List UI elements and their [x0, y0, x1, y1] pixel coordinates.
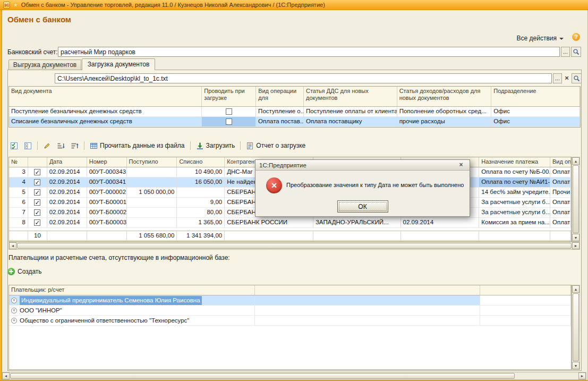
col-header-num[interactable]: №: [9, 157, 28, 167]
doc-cell-dds[interactable]: Оплата поставщику: [304, 117, 397, 127]
expand-icon[interactable]: +: [11, 298, 17, 303]
payment-flag-cell[interactable]: ✓: [28, 218, 47, 228]
scroll-left-icon[interactable]: ◄: [2, 372, 10, 379]
payment-cell-number[interactable]: 00УТ-Б00003: [87, 218, 127, 228]
window-horizontal-scrollbar[interactable]: ◄ ►: [2, 372, 586, 380]
scroll-up-icon[interactable]: ▲: [572, 285, 580, 293]
doc-cell-operation[interactable]: Оплата постав...: [256, 117, 304, 127]
doc-cell-operation[interactable]: Поступление о...: [256, 107, 304, 117]
payment-cell-received[interactable]: [127, 167, 177, 177]
payment-cell-number[interactable]: 00УТ-000341: [87, 177, 127, 188]
file-upload-input[interactable]: [55, 73, 552, 83]
payment-cell-date[interactable]: 02.09.2014: [47, 198, 87, 208]
payer-name-cell[interactable]: +Общество с ограниченной ответственность…: [9, 316, 255, 326]
edit-button[interactable]: [41, 141, 53, 150]
scrollbar-thumb[interactable]: [573, 293, 579, 361]
payment-cell-num[interactable]: 4: [9, 177, 28, 188]
ok-button[interactable]: ОК: [337, 200, 388, 213]
col-header-date[interactable]: Дата: [47, 157, 87, 167]
payment-cell-written-off[interactable]: 10 490,00: [177, 167, 225, 177]
payment-cell-written-off[interactable]: 1 365,00: [177, 218, 225, 228]
doc-cell-dds[interactable]: Поступление оплаты от клиента: [304, 107, 397, 117]
payment-cell-purpose[interactable]: 14 бес% займ учредите...: [479, 188, 550, 198]
bank-account-input[interactable]: [58, 47, 560, 57]
load-report-button[interactable]: Отчет о загрузке: [244, 141, 307, 150]
payment-cell-num[interactable]: 5: [9, 188, 28, 198]
payment-cell-purpose[interactable]: Оплата по счету №АИ1-: [479, 177, 550, 188]
doc-cell-department[interactable]: Офис: [491, 117, 580, 127]
tab-unload-documents[interactable]: Выгрузка документов: [8, 60, 81, 70]
checkbox-unchecked[interactable]: [226, 118, 232, 125]
payment-cell-op-kind[interactable]: Оплат: [550, 208, 571, 218]
help-icon[interactable]: ?: [572, 33, 580, 41]
payments-vertical-scrollbar[interactable]: ▲ ▼: [572, 157, 580, 242]
scrollbar-thumb[interactable]: [10, 373, 515, 379]
all-actions-button[interactable]: Все действия: [517, 33, 564, 43]
col-header-number[interactable]: Номер: [87, 157, 127, 167]
payment-cell-num[interactable]: 3: [9, 167, 28, 177]
payer-cell[interactable]: [255, 306, 480, 316]
bank-account-search-button[interactable]: [571, 47, 581, 57]
sort-descending-button[interactable]: [69, 141, 80, 150]
doc-cell-department[interactable]: Офис: [491, 107, 580, 117]
doc-settings-row[interactable]: Поступление безналичных денежных средств…: [9, 107, 580, 117]
scroll-down-icon[interactable]: ▼: [572, 234, 580, 241]
payment-cell-written-off[interactable]: [177, 188, 225, 198]
bank-account-select-button[interactable]: ...: [561, 47, 570, 57]
payer-cell[interactable]: [255, 295, 480, 306]
payment-flag-cell[interactable]: ✓: [28, 167, 47, 177]
set-flags-button[interactable]: [8, 141, 20, 150]
payment-cell-written-off[interactable]: 16 050,00: [177, 177, 225, 188]
sort-ascending-button[interactable]: [55, 141, 66, 150]
load-button[interactable]: Загрузить: [194, 141, 237, 150]
payment-cell-written-off[interactable]: 80,00: [177, 208, 225, 218]
payer-name-cell[interactable]: +ООО "ИННОР": [9, 306, 255, 316]
scroll-left-icon[interactable]: ◄: [9, 242, 16, 249]
payment-cell-op-kind[interactable]: Оплат: [550, 198, 571, 208]
col-header-written-off[interactable]: Списано: [177, 157, 225, 167]
payers-vertical-scrollbar[interactable]: ▲ ▼: [572, 285, 580, 370]
payment-cell-counterparty[interactable]: СБЕРБАНК РОССИИ: [225, 218, 313, 228]
payer-cell[interactable]: [255, 316, 480, 326]
payer-row[interactable]: +Общество с ограниченной ответственность…: [9, 316, 571, 326]
payment-cell-num[interactable]: 7: [9, 208, 28, 218]
payment-flag-cell[interactable]: ✓: [28, 177, 47, 188]
create-button[interactable]: Создать: [7, 268, 42, 275]
payment-cell-date[interactable]: 02.09.2014: [47, 188, 87, 198]
payment-cell-op-kind[interactable]: Прочи: [550, 188, 571, 198]
payment-cell-number[interactable]: 00УТ-000002: [87, 188, 127, 198]
col-header-empty[interactable]: [480, 285, 571, 295]
payment-cell-written-off[interactable]: 9,00: [177, 198, 225, 208]
payment-cell-purpose[interactable]: Оплата по счету №Б-00...: [479, 167, 550, 177]
checkbox-checked[interactable]: ✓: [34, 169, 40, 175]
payer-name-cell[interactable]: +Индивидуальный предприниматель Семенова…: [9, 295, 255, 306]
expand-icon[interactable]: +: [11, 318, 17, 324]
payment-cell-received[interactable]: [127, 177, 177, 188]
payer-cell[interactable]: [480, 295, 571, 306]
post-on-load-cell[interactable]: [202, 117, 256, 127]
col-header-flag[interactable]: [28, 157, 47, 167]
scrollbar-thumb[interactable]: [17, 243, 572, 249]
col-header-purpose[interactable]: Назначение платежа: [479, 157, 550, 167]
payment-cell-num[interactable]: 6: [9, 198, 28, 208]
post-on-load-cell[interactable]: [202, 107, 256, 117]
doc-cell-doc-type[interactable]: Поступление безналичных денежных средств: [9, 107, 202, 117]
checkbox-checked[interactable]: ✓: [34, 199, 40, 206]
col-header-income-expense[interactable]: Статья доходов/расходов для новых докуме…: [397, 87, 492, 106]
scroll-up-icon[interactable]: ▲: [572, 157, 580, 165]
payment-row[interactable]: 8✓02.09.201400УТ-Б000031 365,00СБЕРБАНК …: [9, 218, 571, 228]
scrollbar-thumb[interactable]: [573, 165, 579, 233]
payment-cell-op-kind[interactable]: Оплат: [550, 177, 571, 188]
col-header-dds[interactable]: Статья ДДС для новых документов: [304, 87, 397, 106]
file-search-button[interactable]: [572, 73, 582, 83]
doc-cell-income-expense[interactable]: Пополнение оборотных сред...: [397, 107, 492, 117]
payment-cell-number[interactable]: 00УТ-Б00001: [87, 198, 127, 208]
payments-horizontal-scrollbar[interactable]: ◄ ►: [8, 242, 580, 250]
payment-cell-received[interactable]: [127, 218, 177, 228]
scroll-right-icon[interactable]: ►: [578, 372, 586, 379]
payment-cell-number[interactable]: 00УТ-000343: [87, 167, 127, 177]
col-header-payer[interactable]: Плательщик: р/счет: [9, 285, 255, 295]
file-clear-button[interactable]: ×: [563, 73, 570, 83]
payment-cell-date[interactable]: 02.09.2014: [47, 177, 87, 188]
payment-flag-cell[interactable]: ✓: [28, 198, 47, 208]
